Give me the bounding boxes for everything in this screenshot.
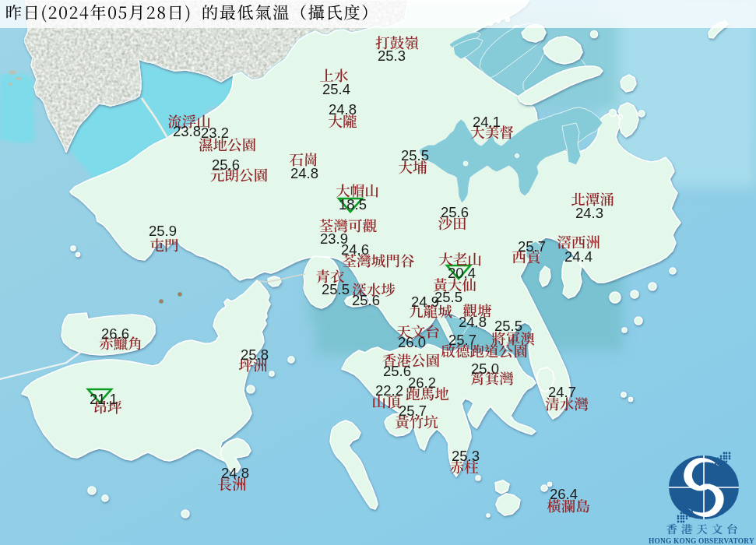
- svg-text:24.6: 24.6: [341, 241, 369, 258]
- svg-text:25.6: 25.6: [383, 363, 411, 379]
- svg-text:18.5: 18.5: [339, 196, 367, 213]
- svg-text:25.7: 25.7: [518, 238, 546, 255]
- svg-text:25.5: 25.5: [322, 281, 350, 297]
- svg-text:24.8: 24.8: [221, 465, 249, 481]
- svg-text:25.3: 25.3: [378, 47, 406, 64]
- svg-text:24.8: 24.8: [459, 314, 487, 330]
- svg-text:21.1: 21.1: [90, 391, 118, 407]
- svg-text:25.6: 25.6: [441, 204, 469, 220]
- svg-text:25.0: 25.0: [471, 360, 499, 377]
- svg-text:24.1: 24.1: [473, 114, 501, 130]
- svg-text:24.8: 24.8: [329, 101, 357, 118]
- svg-text:25.7: 25.7: [399, 403, 427, 419]
- svg-text:25.5: 25.5: [494, 318, 522, 334]
- svg-text:25.9: 25.9: [149, 223, 177, 239]
- svg-text:24.4: 24.4: [564, 248, 592, 265]
- svg-text:25.7: 25.7: [448, 332, 476, 348]
- svg-text:26.2: 26.2: [408, 374, 436, 391]
- svg-text:25.5: 25.5: [401, 147, 429, 164]
- svg-text:22.2: 22.2: [375, 382, 403, 399]
- svg-text:23.8: 23.8: [173, 123, 201, 139]
- svg-text:25.6: 25.6: [212, 156, 240, 173]
- svg-text:25.6: 25.6: [352, 292, 380, 308]
- svg-text:25.3: 25.3: [452, 448, 480, 464]
- svg-text:HONG KONG OBSERVATORY: HONG KONG OBSERVATORY: [649, 537, 754, 545]
- svg-text:25.8: 25.8: [241, 346, 269, 363]
- svg-text:23.2: 23.2: [201, 125, 229, 141]
- svg-text:26.4: 26.4: [550, 486, 578, 502]
- svg-text:25.4: 25.4: [322, 81, 350, 97]
- svg-text:24.7: 24.7: [548, 384, 576, 400]
- svg-text:24.8: 24.8: [290, 165, 318, 181]
- svg-text:26.0: 26.0: [398, 334, 426, 350]
- svg-text:24.9: 24.9: [411, 294, 439, 310]
- svg-text:20.4: 20.4: [448, 265, 476, 281]
- svg-text:26.6: 26.6: [101, 325, 129, 342]
- svg-text:24.3: 24.3: [575, 205, 603, 221]
